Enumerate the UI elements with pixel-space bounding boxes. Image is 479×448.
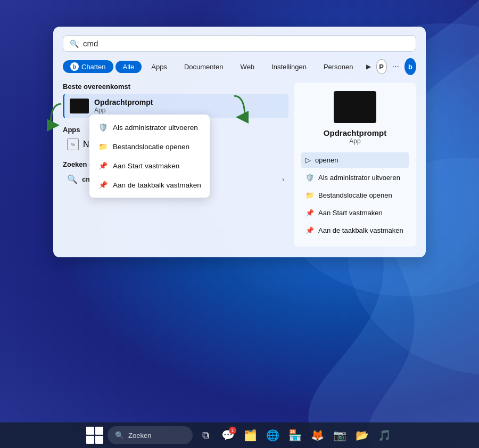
tab-chatten[interactable]: b Chatten [63, 60, 113, 73]
folder-icon-right: 📁 [305, 191, 314, 199]
right-action-location[interactable]: 📁 Bestandslocatie openen [301, 188, 409, 203]
tab-web-label: Web [241, 63, 255, 71]
app1-icon: 📷 [333, 429, 346, 442]
tab-documenten[interactable]: Documenten [177, 61, 231, 73]
windows-logo [86, 427, 103, 444]
web-search-icon: 🔍 [67, 174, 78, 184]
ctx-pin-taskbar-label: Aan de taakbalk vastmaken [113, 181, 201, 189]
right-action-pin-start[interactable]: 📌 Aan Start vastmaken [301, 205, 409, 221]
taskbar-app1[interactable]: 📷 [330, 426, 349, 445]
web-arrow-icon: › [282, 176, 284, 183]
ctx-pin-start-label: Aan Start vastmaken [113, 162, 179, 170]
spotify-icon: 🎵 [378, 429, 391, 442]
folder-icon: 📁 [98, 142, 108, 151]
tab-apps-label: Apps [151, 63, 167, 71]
right-action-openen[interactable]: ▷ openen [301, 152, 409, 168]
ctx-run-admin-label: Als administrator uitvoeren [113, 124, 198, 132]
cmd-icon [70, 99, 89, 113]
tab-instellingen[interactable]: Instellingen [264, 61, 314, 73]
taskbar-explorer[interactable]: 🗂️ [241, 426, 260, 445]
right-action-pin-taskbar-label: Aan de taakbalk vastmaken [318, 226, 403, 234]
pin-start-icon-right: 📌 [305, 209, 314, 217]
search-icon: 🔍 [70, 39, 79, 48]
edge-icon: 🌐 [266, 429, 279, 442]
taskbar-chat[interactable]: 💬 1 [218, 426, 237, 445]
right-action-admin[interactable]: 🛡️ Als administrator uitvoeren [301, 170, 409, 185]
taskbar-search[interactable]: 🔍 Zoeken [108, 426, 193, 444]
tab-personen[interactable]: Personen [316, 61, 361, 73]
search-panel: 🔍 cmd b Chatten Alle Apps Documenten Web… [53, 27, 426, 257]
pin-taskbar-icon: 📌 [98, 180, 108, 190]
tab-personen-label: Personen [324, 63, 353, 71]
shield-icon-right: 🛡️ [305, 174, 314, 182]
new-text-icon-label: % [71, 142, 75, 147]
ctx-pin-start[interactable]: 📌 Aan Start vastmaken [89, 156, 210, 175]
taskbar-start[interactable] [85, 426, 104, 445]
taskbar-search-label: Zoeken [128, 431, 151, 439]
more-button[interactable]: ··· [389, 61, 402, 72]
filter-tabs: b Chatten Alle Apps Documenten Web Inste… [63, 58, 416, 75]
ctx-pin-taskbar[interactable]: 📌 Aan de taakbalk vastmaken [89, 175, 210, 194]
left-panel: Beste overeenkomst Opdrachtprompt App Ap… [63, 83, 294, 247]
context-menu-left: 🛡️ Als administrator uitvoeren 📁 Bestand… [89, 115, 210, 198]
taskbar-store[interactable]: 🏪 [285, 426, 304, 445]
right-action-location-label: Bestandslocatie openen [318, 191, 392, 199]
explorer2-icon: 📂 [356, 429, 369, 442]
ctx-open-location[interactable]: 📁 Bestandslocatie openen [89, 137, 210, 156]
search-input[interactable]: cmd [83, 39, 409, 48]
best-match-info: Opdrachtprompt App [94, 98, 153, 114]
taskbar-explorer2[interactable]: 📂 [352, 426, 371, 445]
right-app-type: App [349, 137, 360, 145]
bing-icon: b [408, 63, 412, 71]
explorer-icon: 🗂️ [244, 429, 257, 442]
main-content: Beste overeenkomst Opdrachtprompt App Ap… [63, 83, 416, 247]
best-match-type: App [94, 107, 153, 114]
taskbar-search-icon: 🔍 [115, 431, 124, 439]
bing-button[interactable]: b [404, 58, 416, 75]
taskbar-spotify[interactable]: 🎵 [375, 426, 394, 445]
play-button[interactable]: ▶ [363, 61, 374, 72]
taskview-icon: ⧉ [202, 430, 209, 441]
best-match-title: Beste overeenkomst [63, 83, 288, 91]
right-action-admin-label: Als administrator uitvoeren [318, 174, 400, 182]
store-icon: 🏪 [288, 429, 302, 442]
shield-icon: 🛡️ [98, 123, 108, 132]
search-bar: 🔍 cmd [63, 35, 416, 52]
taskbar-firefox[interactable]: 🦊 [308, 426, 327, 445]
taskbar-edge[interactable]: 🌐 [263, 426, 282, 445]
taskbar: 🔍 Zoeken ⧉ 💬 1 🗂️ 🌐 🏪 🦊 📷 📂 🎵 [0, 422, 479, 448]
best-match-name: Opdrachtprompt [94, 98, 153, 107]
right-action-openen-label: openen [315, 156, 338, 164]
tab-alle[interactable]: Alle [115, 61, 142, 73]
right-cmd-icon [334, 91, 376, 123]
tab-alle-label: Alle [123, 63, 135, 71]
tab-chatten-label: Chatten [81, 63, 106, 71]
ctx-run-admin[interactable]: 🛡️ Als administrator uitvoeren [89, 118, 210, 137]
new-text-icon: % [67, 139, 79, 150]
tab-documenten-label: Documenten [184, 63, 224, 71]
taskbar-taskview[interactable]: ⧉ [196, 426, 215, 445]
right-app-name: Opdrachtprompt [324, 128, 386, 137]
pin-taskbar-icon-right: 📌 [305, 226, 314, 234]
right-panel: Opdrachtprompt App ▷ openen 🛡️ Als admin… [294, 83, 416, 247]
tab-apps[interactable]: Apps [144, 61, 175, 73]
right-action-pin-start-label: Aan Start vastmaken [318, 209, 383, 217]
right-action-pin-taskbar[interactable]: 📌 Aan de taakbalk vastmaken [301, 223, 409, 238]
bing-icon-small: b [70, 62, 79, 71]
ctx-open-location-label: Bestandslocatie openen [113, 143, 189, 151]
tab-instellingen-label: Instellingen [271, 63, 307, 71]
chat-badge: 1 [229, 427, 236, 434]
right-actions: ▷ openen 🛡️ Als administrator uitvoeren … [301, 152, 409, 238]
pin-start-icon: 📌 [98, 161, 108, 170]
open-icon: ▷ [305, 156, 311, 164]
tab-web[interactable]: Web [233, 61, 262, 73]
profile-button[interactable]: P [376, 59, 387, 74]
firefox-icon: 🦊 [311, 429, 324, 442]
